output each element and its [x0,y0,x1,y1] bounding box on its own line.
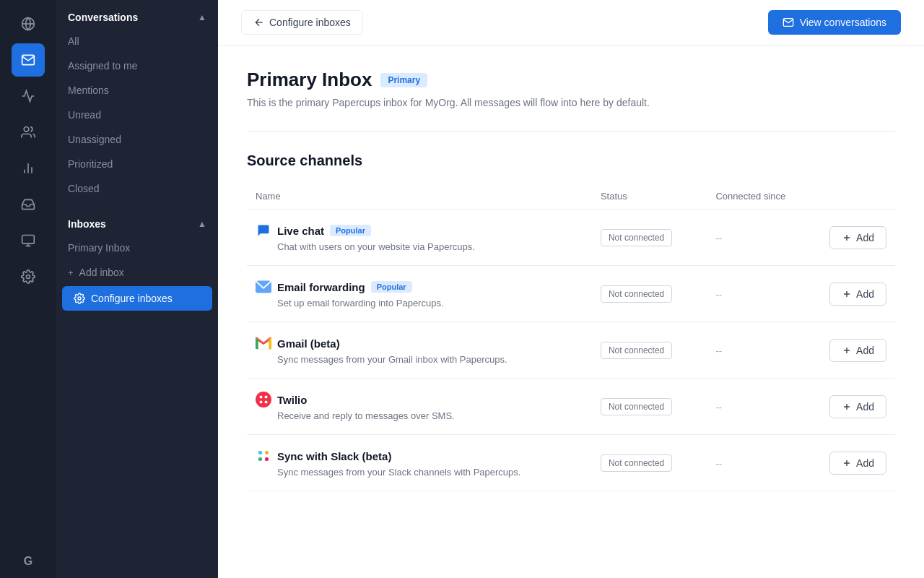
svg-point-20 [256,392,271,407]
email-forwarding-icon [256,279,271,295]
inbox-title: Primary Inbox [247,69,372,91]
sidebar-item-all-label: All [68,35,79,47]
twilio-desc: Receive and reply to messages over SMS. [256,410,455,421]
sidebar-item-all[interactable]: All [56,29,218,53]
gmail-icon [256,335,271,351]
sidebar-item-mentions-label: Mentions [68,85,109,96]
svg-point-21 [260,396,263,399]
plus-icon [842,233,852,243]
gmail-add-button[interactable]: Add [829,339,886,362]
table-row: Twilio Receive and reply to messages ove… [247,379,895,435]
top-bar: Configure inboxes View conversations [218,0,924,46]
channels-table: Name Status Connected since [247,184,895,491]
live-chat-icon [256,223,271,238]
view-conversations-label: View conversations [800,17,886,28]
twilio-name: Twilio [277,394,307,406]
back-button-label: Configure inboxes [269,17,351,28]
twilio-connected-since: -- [715,402,722,413]
sidebar-item-add-inbox-label: Add inbox [79,267,124,278]
email-forwarding-desc: Set up email forwarding into Papercups. [256,298,444,309]
sidebar: Conversations ▲ All Assigned to me Menti… [56,0,218,578]
sidebar-item-add-inbox[interactable]: + Add inbox [56,260,218,285]
mail-icon-item[interactable] [12,43,45,77]
svg-point-22 [265,396,268,399]
col-status: Status [592,184,707,210]
chart-icon-item[interactable] [12,152,45,185]
inboxes-chevron[interactable]: ▲ [198,219,206,229]
sidebar-item-prioritized-label: Prioritized [68,158,113,170]
twilio-add-button[interactable]: Add [829,395,886,418]
inbox-description: This is the primary Papercups inbox for … [247,97,895,108]
view-conversations-button[interactable]: View conversations [768,10,901,35]
slack-add-button[interactable]: Add [829,452,886,475]
gmail-name: Gmail (beta) [277,337,340,350]
primary-badge: Primary [380,73,427,87]
svg-rect-27 [258,451,262,454]
monitor-icon-item[interactable] [12,224,45,257]
svg-point-10 [78,297,81,300]
channel-name-cell-email: Email forwarding Popular Set up email fo… [256,279,583,309]
inboxes-section-header: Inboxes ▲ [56,207,218,236]
table-row: Gmail (beta) Sync messages from your Gma… [247,322,895,379]
sidebar-item-assigned-to-me[interactable]: Assigned to me [56,53,218,78]
profile-avatar[interactable]: G [12,545,45,578]
sidebar-item-configure-inboxes-label: Configure inboxes [91,293,173,304]
settings-icon-item[interactable] [12,260,45,293]
main-content: Configure inboxes View conversations Pri… [218,0,924,578]
live-chat-connected-since: -- [715,233,722,243]
plus-icon: + [68,267,74,278]
col-name: Name [247,184,592,210]
live-chat-add-button[interactable]: Add [829,226,886,249]
sidebar-item-configure-inboxes[interactable]: Configure inboxes [62,286,212,311]
inbox-header: Primary Inbox Primary [247,69,895,91]
sidebar-item-prioritized[interactable]: Prioritized [56,152,218,176]
inbox-icon-item[interactable] [12,188,45,221]
slack-connected-since: -- [715,458,722,469]
email-forwarding-add-button[interactable]: Add [829,282,886,306]
live-chat-status: Not connected [601,229,672,246]
channel-name-cell-live-chat: Live chat Popular Chat with users on you… [256,223,583,252]
sidebar-item-unassigned[interactable]: Unassigned [56,127,218,152]
svg-point-2 [24,127,29,132]
svg-point-23 [260,401,263,404]
divider [247,131,895,132]
sidebar-item-assigned-label: Assigned to me [68,60,138,72]
col-connected-since: Connected since [707,184,821,210]
sidebar-item-closed-label: Closed [68,183,100,194]
content-area: Primary Inbox Primary This is the primar… [218,46,924,514]
plus-icon [842,289,852,299]
configure-inboxes-back-button[interactable]: Configure inboxes [241,10,363,35]
sidebar-item-unread-label: Unread [68,109,101,121]
twilio-icon [256,392,271,407]
globe-icon-item[interactable] [12,7,45,40]
slack-name: Sync with Slack (beta) [277,450,391,462]
email-forwarding-name: Email forwarding [277,281,365,293]
svg-rect-30 [265,457,269,461]
sidebar-item-unread[interactable]: Unread [56,103,218,127]
gmail-status: Not connected [601,342,672,359]
sidebar-item-closed[interactable]: Closed [56,176,218,201]
gmail-desc: Sync messages from your Gmail inbox with… [256,354,507,365]
slack-desc: Sync messages from your Slack channels w… [256,467,520,478]
gear-icon [74,293,85,304]
plus-icon [842,345,852,355]
gmail-connected-since: -- [715,345,722,356]
live-chat-name: Live chat [277,225,324,237]
users-icon-item[interactable] [12,116,45,149]
bookmark-icon-item[interactable] [12,79,45,113]
table-row: Sync with Slack (beta) Sync messages fro… [247,435,895,491]
svg-point-24 [265,401,268,404]
conversations-chevron[interactable]: ▲ [198,12,206,22]
conversations-label: Conversations [68,12,138,23]
email-forwarding-status: Not connected [601,285,672,303]
source-channels-title: Source channels [247,152,895,169]
sidebar-item-mentions[interactable]: Mentions [56,78,218,103]
email-forwarding-connected-since: -- [715,289,722,300]
email-forwarding-popular-badge: Popular [371,281,412,293]
sidebar-item-primary-inbox[interactable]: Primary Inbox [56,236,218,260]
sidebar-item-primary-inbox-label: Primary Inbox [68,242,130,254]
svg-rect-6 [22,236,35,244]
arrow-left-icon [253,17,265,28]
table-row: Live chat Popular Chat with users on you… [247,210,895,266]
plus-icon [842,402,852,412]
